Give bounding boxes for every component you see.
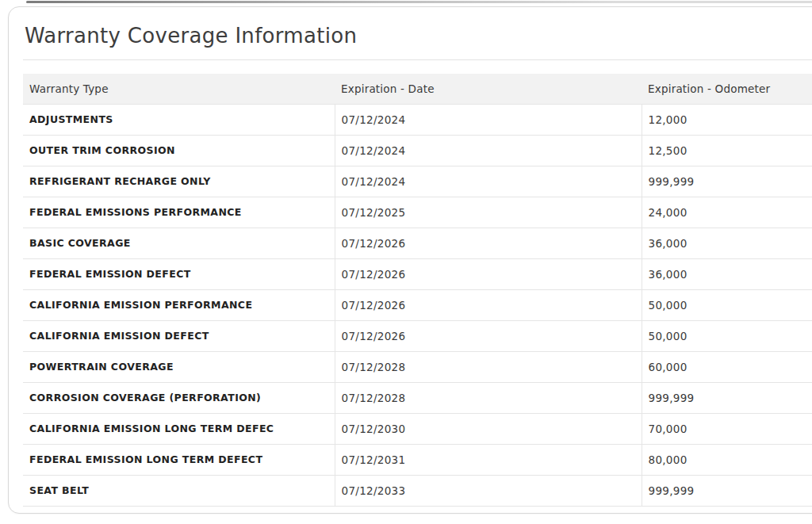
expiration-date-cell: 07/12/2024 xyxy=(335,104,642,135)
table-row: CALIFORNIA EMISSION LONG TERM DEFEC07/12… xyxy=(23,413,812,444)
expiration-date-cell: 07/12/2026 xyxy=(335,289,642,320)
expiration-date-cell: 07/12/2026 xyxy=(335,258,642,289)
table-row: FEDERAL EMISSION DEFECT07/12/202636,000 xyxy=(23,258,812,289)
warranty-type-cell: CALIFORNIA EMISSION PERFORMANCE xyxy=(23,289,335,320)
expiration-date-cell: 07/12/2024 xyxy=(335,135,642,166)
expiration-date-cell: 07/12/2030 xyxy=(335,413,642,444)
warranty-type-cell: POWERTRAIN COVERAGE xyxy=(23,351,335,382)
warranty-type-cell: FEDERAL EMISSIONS PERFORMANCE xyxy=(23,197,335,228)
warranty-coverage-card: Warranty Coverage Information Warranty T… xyxy=(8,6,812,514)
table-row: FEDERAL EMISSION LONG TERM DEFECT07/12/2… xyxy=(23,444,812,475)
expiration-date-cell: 07/12/2031 xyxy=(335,444,642,475)
warranty-type-cell: SEAT BELT xyxy=(23,475,335,506)
warranty-type-cell: FEDERAL EMISSION LONG TERM DEFECT xyxy=(23,444,335,475)
expiration-odometer-cell: 12,000 xyxy=(642,104,812,135)
table-row: OUTER TRIM CORROSION07/12/202412,500 xyxy=(23,135,812,166)
table-row: CORROSION COVERAGE (PERFORATION)07/12/20… xyxy=(23,382,812,413)
warranty-type-cell: CORROSION COVERAGE (PERFORATION) xyxy=(23,382,335,413)
expiration-odometer-cell: 12,500 xyxy=(642,135,812,166)
expiration-odometer-cell: 50,000 xyxy=(642,320,812,351)
table-row: ADJUSTMENTS07/12/202412,000 xyxy=(23,104,812,135)
expiration-date-cell: 07/12/2028 xyxy=(335,351,642,382)
table-row: REFRIGERANT RECHARGE ONLY07/12/2024999,9… xyxy=(23,166,812,197)
table-row: FEDERAL EMISSIONS PERFORMANCE07/12/20252… xyxy=(23,197,812,228)
expiration-odometer-cell: 999,999 xyxy=(642,475,812,506)
table-row: POWERTRAIN COVERAGE07/12/202860,000 xyxy=(23,351,812,382)
expiration-odometer-cell: 60,000 xyxy=(642,351,812,382)
warranty-table: Warranty Type Expiration - Date Expirati… xyxy=(23,74,812,507)
table-row: CALIFORNIA EMISSION DEFECT07/12/202650,0… xyxy=(23,320,812,351)
warranty-type-cell: OUTER TRIM CORROSION xyxy=(23,135,335,166)
top-divider-rule xyxy=(26,1,812,3)
expiration-date-cell: 07/12/2026 xyxy=(335,320,642,351)
title-divider xyxy=(23,59,812,60)
table-header-row: Warranty Type Expiration - Date Expirati… xyxy=(23,74,812,104)
expiration-odometer-cell: 999,999 xyxy=(642,166,812,197)
warranty-type-cell: CALIFORNIA EMISSION DEFECT xyxy=(23,320,335,351)
table-row: CALIFORNIA EMISSION PERFORMANCE07/12/202… xyxy=(23,289,812,320)
expiration-odometer-cell: 36,000 xyxy=(642,258,812,289)
expiration-date-cell: 07/12/2025 xyxy=(335,197,642,228)
expiration-date-cell: 07/12/2028 xyxy=(335,382,642,413)
warranty-type-cell: CALIFORNIA EMISSION LONG TERM DEFEC xyxy=(23,413,335,444)
warranty-type-cell: BASIC COVERAGE xyxy=(23,228,335,258)
expiration-date-cell: 07/12/2026 xyxy=(335,228,642,258)
expiration-date-cell: 07/12/2033 xyxy=(335,475,642,506)
expiration-date-cell: 07/12/2024 xyxy=(335,166,642,197)
warranty-type-cell: FEDERAL EMISSION DEFECT xyxy=(23,258,335,289)
expiration-odometer-cell: 70,000 xyxy=(642,413,812,444)
column-header-expiration-date: Expiration - Date xyxy=(335,74,642,104)
expiration-odometer-cell: 50,000 xyxy=(642,289,812,320)
column-header-expiration-odometer: Expiration - Odometer xyxy=(642,74,812,104)
table-row: BASIC COVERAGE07/12/202636,000 xyxy=(23,228,812,258)
page-title: Warranty Coverage Information xyxy=(9,7,812,59)
expiration-odometer-cell: 24,000 xyxy=(642,197,812,228)
table-row: SEAT BELT07/12/2033999,999 xyxy=(23,475,812,506)
column-header-warranty-type: Warranty Type xyxy=(23,74,335,104)
expiration-odometer-cell: 999,999 xyxy=(642,382,812,413)
expiration-odometer-cell: 80,000 xyxy=(642,444,812,475)
warranty-type-cell: REFRIGERANT RECHARGE ONLY xyxy=(23,166,335,197)
expiration-odometer-cell: 36,000 xyxy=(642,228,812,258)
warranty-type-cell: ADJUSTMENTS xyxy=(23,104,335,135)
